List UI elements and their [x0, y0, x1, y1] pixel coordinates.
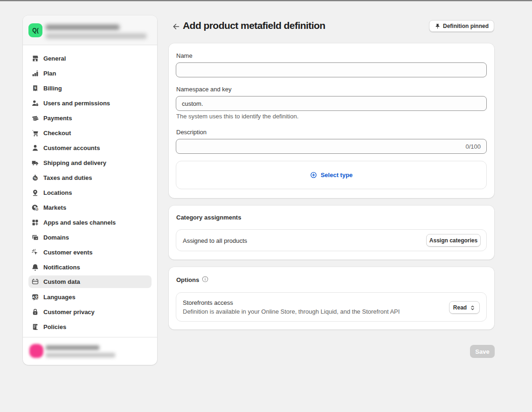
svg-text:%: %: [34, 176, 37, 180]
svg-text:$: $: [36, 207, 38, 211]
svg-text:A文: A文: [32, 295, 39, 299]
